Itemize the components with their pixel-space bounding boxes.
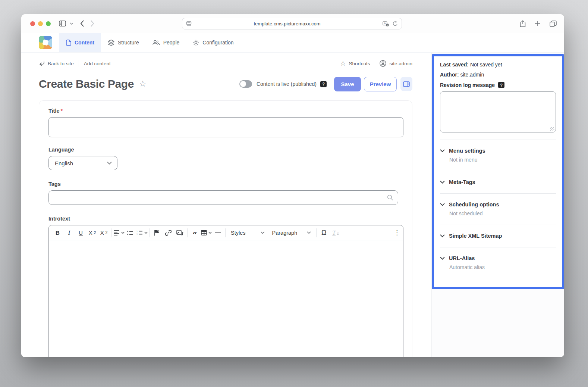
shortcuts-label: Shortcuts (349, 61, 370, 66)
url-text[interactable]: template.cms.picturemaxx.com (192, 21, 383, 26)
address-bar[interactable]: template.cms.picturemaxx.com Ax (182, 18, 402, 29)
back-to-site-label: Back to site (48, 61, 74, 66)
main-column: Back to site Add content ☆ Shortcuts (21, 53, 431, 357)
bulleted-list-button[interactable] (125, 228, 136, 238)
block-quote-button[interactable]: “ (189, 228, 201, 238)
toolbar-more-button[interactable]: ⋮ (394, 229, 400, 237)
nav-item-people[interactable]: People (146, 33, 186, 52)
nav-item-content[interactable]: Content (59, 33, 101, 52)
zoom-window-button[interactable] (46, 21, 51, 26)
subscript-button[interactable]: X2 (98, 228, 110, 238)
link-button[interactable] (163, 228, 174, 238)
numbered-list-button[interactable]: 12 (136, 228, 148, 238)
required-marker: * (61, 108, 63, 114)
sidebar-panel-toggle-button[interactable] (400, 77, 412, 91)
shortcuts-link[interactable]: ☆ Shortcuts (340, 60, 370, 67)
reader-icon[interactable] (186, 21, 192, 26)
back-button[interactable] (80, 20, 84, 27)
sidebar-sections: Menu settings Not in menu Meta-Tags (440, 140, 556, 278)
new-tab-icon[interactable] (535, 21, 541, 26)
section-label: Simple XML Sitemap (449, 233, 502, 239)
svg-text:A: A (384, 22, 386, 25)
user-label: site.admin (389, 61, 412, 66)
site-logo[interactable] (39, 36, 52, 49)
save-button[interactable]: Save (334, 77, 361, 91)
title-field-label: Title* (48, 107, 403, 114)
special-character-button[interactable]: Ω (318, 228, 330, 238)
table-button[interactable] (201, 228, 212, 238)
minimize-window-button[interactable] (38, 21, 43, 26)
remove-format-button[interactable]: Tx (330, 228, 341, 238)
tab-overview-icon[interactable] (550, 21, 557, 27)
revision-log-label-row: Revision log message ? (440, 82, 556, 88)
editor-content-area[interactable] (49, 240, 403, 357)
svg-text:1: 1 (136, 230, 138, 232)
preview-button[interactable]: Preview (364, 77, 397, 91)
paragraph-dropdown[interactable]: Paragraph (268, 228, 315, 238)
close-window-button[interactable] (30, 21, 35, 26)
tags-field-label: Tags (48, 181, 403, 187)
bold-button[interactable]: B (52, 228, 63, 238)
nav-label: People (163, 40, 180, 46)
forward-button[interactable] (90, 20, 94, 27)
gear-icon (193, 40, 199, 46)
media-button[interactable] (174, 228, 186, 238)
horizontal-line-button[interactable] (212, 228, 224, 238)
back-to-site-link[interactable]: Back to site (39, 61, 74, 66)
styles-label: Styles (231, 230, 246, 236)
browser-toolbar: template.cms.picturemaxx.com Ax (21, 14, 564, 33)
tags-input[interactable] (48, 190, 398, 205)
introtext-field-label: Introtext (48, 215, 403, 222)
search-icon (387, 194, 393, 201)
section-scheduling-options[interactable]: Scheduling options Not scheduled (440, 193, 556, 225)
admin-header: Content Structure People Configuration (21, 33, 564, 53)
nav-label: Content (75, 40, 94, 46)
chevron-down-icon (440, 234, 445, 237)
nav-item-configuration[interactable]: Configuration (186, 33, 240, 52)
return-arrow-icon (39, 61, 45, 66)
language-field-label: Language (48, 146, 403, 153)
last-saved-line: Last saved: Not saved yet (440, 62, 556, 68)
star-icon: ☆ (340, 60, 346, 67)
section-simple-xml-sitemap[interactable]: Simple XML Sitemap (440, 225, 556, 247)
help-badge[interactable]: ? (498, 82, 504, 88)
flag-button[interactable] (151, 228, 163, 238)
author-value: site.admin (460, 72, 484, 78)
styles-dropdown[interactable]: Styles (227, 228, 268, 238)
author-line: Author: site.admin (440, 72, 556, 78)
file-icon (66, 40, 71, 46)
rich-text-editor: B I U X2 X2 12 (48, 225, 403, 357)
admin-nav: Content Structure People Configuration (59, 33, 240, 52)
svg-text:x: x (387, 24, 388, 26)
title-row: Create Basic Page ☆ Content is live (pub… (39, 75, 412, 93)
italic-button[interactable]: I (63, 228, 75, 238)
title-input[interactable] (48, 117, 403, 137)
chevron-down-icon (440, 149, 445, 152)
reload-icon[interactable] (393, 21, 398, 26)
underline-button[interactable]: U (75, 228, 87, 238)
alignment-button[interactable] (113, 228, 125, 238)
toolbar-separator (149, 228, 150, 237)
page-region: Back to site Add content ☆ Shortcuts (21, 53, 564, 357)
section-summary: Not scheduled (449, 210, 556, 216)
section-label: Meta-Tags (449, 179, 475, 185)
sidebar-chevron-icon[interactable] (70, 22, 73, 25)
share-icon[interactable] (520, 20, 526, 27)
section-menu-settings[interactable]: Menu settings Not in menu (440, 140, 556, 171)
help-badge[interactable]: ? (320, 81, 327, 87)
toolbar-separator (111, 228, 111, 237)
superscript-button[interactable]: X2 (87, 228, 98, 238)
people-icon (152, 40, 160, 46)
last-saved-label: Last saved: (440, 62, 469, 68)
language-select[interactable]: English (48, 156, 117, 170)
section-url-alias[interactable]: URL-Alias Automatic alias (440, 247, 556, 278)
translate-icon[interactable]: Ax (383, 21, 389, 26)
publish-toggle[interactable] (239, 80, 252, 88)
revision-log-textarea[interactable] (440, 91, 556, 132)
browser-sidebar-icon[interactable] (59, 21, 66, 26)
bookmark-star-icon[interactable]: ☆ (139, 80, 147, 88)
section-meta-tags[interactable]: Meta-Tags (440, 171, 556, 193)
nav-item-structure[interactable]: Structure (101, 33, 146, 52)
add-content-link[interactable]: Add content (84, 61, 111, 66)
user-menu[interactable]: site.admin (380, 60, 412, 67)
